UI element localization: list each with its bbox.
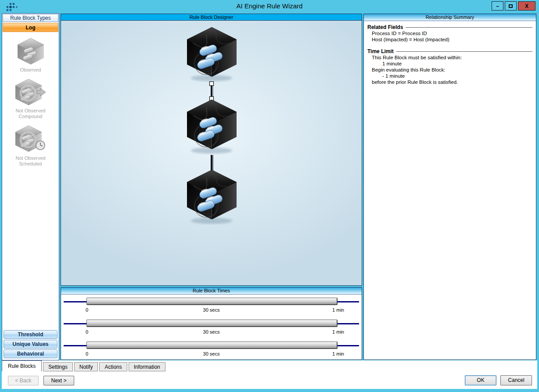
rule-type-label: Not Observed [2,155,59,161]
rule-type-label: Not Observed [2,108,59,114]
close-button[interactable]: X [518,1,535,11]
rule-block-3-cube-icon[interactable] [187,170,237,224]
relationship-summary-panel: Relationship Summary Related Fields Proc… [363,14,536,360]
slider-range-bar[interactable] [86,320,338,327]
rule-block-designer-canvas[interactable] [61,21,362,286]
connector-handle-icon[interactable] [210,82,214,86]
rule-type-observed[interactable]: Observed [2,37,59,73]
rule-block-types-header: Rule Block Types [3,14,58,22]
rule-block-designer-header: Rule Block Designer [61,14,362,21]
tab-notify[interactable]: Notify [74,362,98,371]
slider-max-label: 1 min [332,329,344,334]
time-limit-line: 1 minute [367,61,532,67]
rule-type-not-observed-compound[interactable]: Not Observed Compound [2,78,59,119]
connector-1-selected[interactable] [210,82,214,101]
cancel-button[interactable]: Cancel [500,375,532,385]
related-field-line: Host (Impacted) = Host (Impacted) [367,37,532,43]
rule-block-time-slider-1: 0 30 secs 1 min [61,295,362,316]
rule-type-label: Scheduled [2,161,59,167]
unique-values-type-button[interactable]: Unique Values [4,340,57,349]
time-limit-title: Time Limit [367,48,394,54]
tab-actions[interactable]: Actions [99,362,127,371]
wizard-tabs: Rule Blocks Settings Notify Actions Info… [2,360,165,371]
tab-rule-blocks[interactable]: Rule Blocks [2,360,42,371]
time-limit-line: Begin evaluating this Rule Block: [367,67,532,73]
slider-range-bar[interactable] [86,298,338,305]
rule-type-label: Compound [2,114,59,119]
slider-max-label: 1 min [332,307,344,313]
slider-mid-label: 30 secs [61,329,362,334]
slider-range-bar[interactable] [86,342,338,349]
related-fields-title: Related Fields [367,24,403,30]
slider-mid-label: 30 secs [61,351,362,356]
connector-2[interactable] [211,155,213,171]
maximize-icon [509,4,513,8]
minimize-icon: – [496,3,499,9]
close-icon: X [525,3,528,9]
slider-max-label: 1 min [332,351,344,356]
observed-cube-icon [16,37,45,65]
rule-block-time-slider-2: 0 30 secs 1 min [61,316,362,338]
maximize-button[interactable] [505,1,517,11]
rule-type-not-observed-scheduled[interactable]: Not Observed Scheduled [2,125,59,167]
time-limit-line: This Rule Block must be satisfied within… [367,55,532,61]
section-rule [406,27,532,28]
tab-settings[interactable]: Settings [43,362,72,371]
time-limit-line: - 1 minute [367,73,532,79]
relationship-summary-header: Relationship Summary [364,14,536,21]
slider-mid-label: 30 secs [61,307,362,313]
threshold-type-button[interactable]: Threshold [4,330,57,339]
rule-type-label: Observed [2,67,59,73]
rule-block-types-panel: Rule Block Types Log Observed Not Observ… [2,13,59,360]
minimize-button[interactable]: – [492,1,503,11]
ok-button[interactable]: OK [465,375,496,385]
rule-block-times-header: Rule Block Times [61,288,362,295]
not-observed-scheduled-icon [14,125,47,154]
tab-information[interactable]: Information [129,362,165,371]
window-title: AI Engine Rule Wizard [0,0,539,12]
time-limit-line: before the prior Rule Block is satisfied… [367,79,532,85]
back-button[interactable]: < Back [8,376,39,385]
related-field-line: Process ID = Process ID [367,31,532,36]
rule-block-times-panel: Rule Block Times 0 30 secs 1 min 0 30 se… [61,287,362,360]
rule-block-time-slider-3: 0 30 secs 1 min [61,338,362,360]
section-rule [396,51,532,52]
log-type-button[interactable]: Log [3,23,58,32]
behavioral-type-button[interactable]: Behavioral [4,349,57,358]
next-button[interactable]: Next > [43,376,74,385]
not-observed-compound-icon [14,78,47,106]
rule-block-1-cube-icon[interactable] [187,27,237,81]
titlebar: AI Engine Rule Wizard – X [0,0,539,12]
rule-block-2-cube-icon[interactable] [187,100,237,154]
